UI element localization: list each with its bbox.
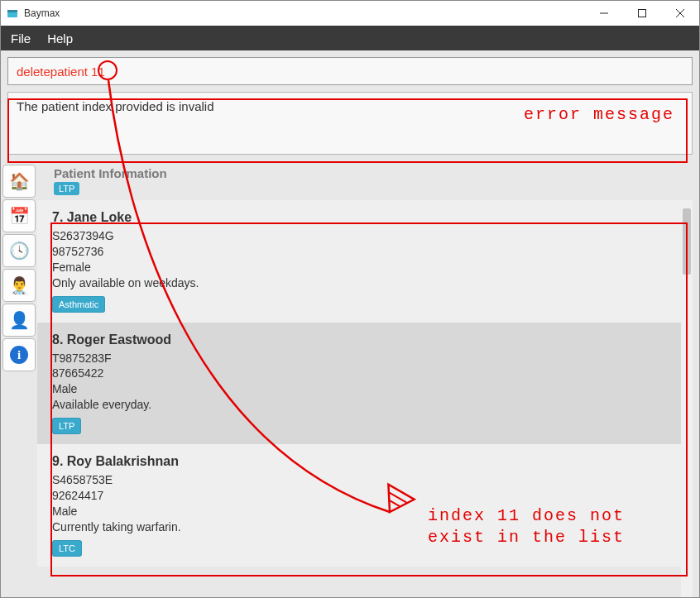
app-icon — [6, 7, 19, 20]
patient-card[interactable]: 9. Roy BalakrishnanS4658753E92624417Male… — [37, 444, 689, 567]
patient-nric: S4658753E — [52, 472, 674, 488]
section-header-tag: LTP — [54, 182, 79, 195]
scrollbar[interactable] — [681, 200, 693, 597]
sidebar-calendar-button[interactable]: 📅 — [2, 199, 36, 232]
doctor-icon: 👨‍⚕️ — [9, 275, 30, 295]
patient-list[interactable]: 7. Jane LokeS2637394G98752736FemaleOnly … — [37, 200, 693, 597]
svg-rect-3 — [639, 10, 646, 17]
patient-note: Currently taking warfarin. — [52, 519, 674, 535]
sidebar-info-button[interactable]: i — [2, 338, 36, 371]
section-title: Patient Information — [54, 166, 684, 180]
patient-tag: Asthmatic — [52, 296, 105, 313]
patient-nric: S2637394G — [52, 228, 674, 244]
menubar: File Help — [1, 26, 699, 50]
lower-pane: 🏠 📅 🕓 👨‍⚕️ 👤 i Patient Information LTP 7… — [1, 161, 699, 597]
patient-gender: Female — [52, 260, 674, 275]
svg-rect-1 — [7, 10, 17, 12]
titlebar: Baymax — [1, 1, 699, 26]
info-icon: i — [10, 346, 28, 364]
scrollbar-thumb[interactable] — [683, 208, 691, 275]
window-title: Baymax — [24, 7, 60, 19]
person-clock-icon: 👤 — [9, 310, 30, 330]
command-input[interactable] — [7, 57, 693, 85]
patient-note: Available everyday. — [52, 397, 674, 413]
sidebar-doctor-button[interactable]: 👨‍⚕️ — [2, 269, 36, 302]
result-panel: The patient index provided is invalid — [7, 92, 693, 155]
patient-gender: Male — [52, 381, 674, 397]
command-row — [1, 50, 699, 92]
patient-name: 9. Roy Balakrishnan — [52, 454, 674, 469]
window-controls — [585, 1, 699, 26]
patient-phone: 92624417 — [52, 488, 674, 504]
sidebar-clock24-button[interactable]: 🕓 — [2, 234, 36, 267]
patient-gender: Male — [52, 504, 674, 519]
patient-tag: LTC — [52, 540, 82, 557]
close-button[interactable] — [661, 1, 699, 26]
patient-phone: 98752736 — [52, 244, 674, 260]
minimize-button[interactable] — [585, 1, 623, 26]
sidebar: 🏠 📅 🕓 👨‍⚕️ 👤 i — [1, 161, 37, 597]
patient-name: 8. Roger Eastwood — [52, 332, 674, 347]
patient-note: Only available on weekdays. — [52, 275, 674, 291]
sidebar-schedule-button[interactable]: 👤 — [2, 304, 36, 337]
menu-help[interactable]: Help — [47, 31, 73, 45]
section-header: Patient Information LTP — [37, 161, 693, 197]
sidebar-home-button[interactable]: 🏠 — [2, 165, 36, 198]
menu-file[interactable]: File — [11, 31, 31, 45]
patient-card[interactable]: 8. Roger EastwoodT9875283F87665422MaleAv… — [37, 323, 689, 445]
patient-phone: 87665422 — [52, 366, 674, 381]
patient-name: 7. Jane Loke — [52, 210, 674, 225]
patient-nric: T9875283F — [52, 351, 674, 366]
result-message: The patient index provided is invalid — [17, 99, 213, 113]
patient-card[interactable]: 7. Jane LokeS2637394G98752736FemaleOnly … — [37, 200, 689, 323]
main-panel: Patient Information LTP 7. Jane LokeS263… — [37, 161, 699, 597]
clock24-icon: 🕓 — [9, 241, 30, 261]
app-window: Baymax File Help The patient index provi… — [0, 0, 700, 598]
maximize-button[interactable] — [623, 1, 661, 26]
patient-tag: LTP — [52, 418, 81, 434]
home-icon: 🏠 — [9, 171, 30, 191]
body-area: The patient index provided is invalid 🏠 … — [1, 50, 699, 597]
calendar-icon: 📅 — [9, 206, 30, 226]
